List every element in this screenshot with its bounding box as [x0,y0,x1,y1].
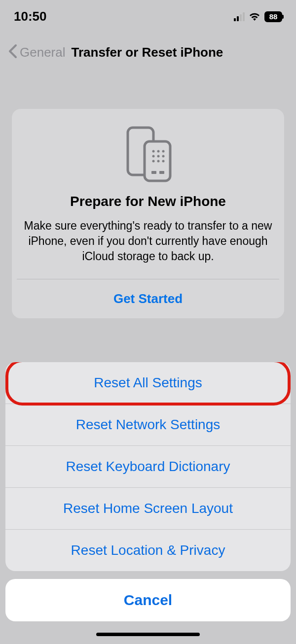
reset-keyboard-dictionary-option[interactable]: Reset Keyboard Dictionary [5,446,291,488]
option-label: Reset Location & Privacy [71,542,225,558]
home-indicator[interactable] [96,633,200,636]
action-sheet: Reset All Settings Reset Network Setting… [5,362,291,621]
svg-point-2 [152,150,155,153]
devices-icon [22,121,274,194]
cellular-signal-icon [234,12,245,21]
option-label: Reset Home Screen Layout [63,501,233,516]
card-description: Make sure everything's ready to transfer… [22,218,274,279]
option-label: Reset Network Settings [76,417,221,432]
svg-point-7 [162,155,165,158]
get-started-button[interactable]: Get Started [22,279,274,318]
svg-rect-12 [159,171,164,174]
cancel-button[interactable]: Cancel [5,579,291,621]
card-title: Prepare for New iPhone [22,194,274,209]
reset-home-screen-layout-option[interactable]: Reset Home Screen Layout [5,488,291,530]
cancel-label: Cancel [124,592,172,608]
option-label: Reset Keyboard Dictionary [66,459,230,474]
back-chevron-icon[interactable] [5,44,20,61]
svg-point-6 [157,155,160,158]
navigation-header: General Transfer or Reset iPhone [0,28,296,66]
page-title: Transfer or Reset iPhone [72,45,223,60]
reset-location-privacy-option[interactable]: Reset Location & Privacy [5,530,291,571]
action-sheet-options: Reset All Settings Reset Network Setting… [5,362,291,571]
status-time: 10:50 [14,9,47,24]
back-button-label[interactable]: General [20,45,66,60]
svg-point-3 [157,150,160,153]
status-bar: 10:50 88 [0,0,296,28]
prepare-card: Prepare for New iPhone Make sure everyth… [12,109,284,318]
svg-rect-11 [151,171,156,174]
battery-level: 88 [269,12,278,21]
status-indicators: 88 [234,11,282,22]
svg-point-10 [162,160,165,163]
battery-icon: 88 [264,11,282,22]
svg-point-8 [152,160,155,163]
reset-all-settings-option[interactable]: Reset All Settings [5,362,291,404]
option-label: Reset All Settings [94,375,202,390]
svg-point-4 [162,150,165,153]
svg-point-5 [152,155,155,158]
svg-point-9 [157,160,160,163]
wifi-icon [249,12,260,21]
reset-network-settings-option[interactable]: Reset Network Settings [5,404,291,446]
